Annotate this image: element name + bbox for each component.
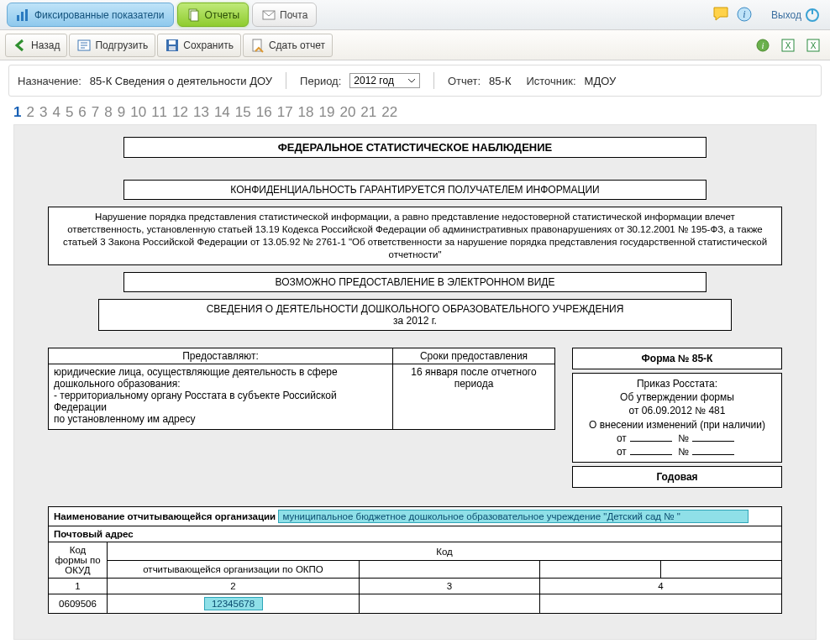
page-link-21[interactable]: 21 — [360, 104, 376, 121]
page-link-11[interactable]: 11 — [151, 104, 167, 121]
save-icon — [165, 38, 180, 53]
page-link-22[interactable]: 22 — [381, 104, 397, 121]
period-label: Период: — [300, 75, 341, 87]
exit-button[interactable]: Выход — [771, 0, 820, 29]
tab-reports[interactable]: Отчеты — [177, 3, 249, 27]
col-num: 2 — [108, 579, 360, 594]
order-blank-line: от № — [580, 445, 775, 458]
btn-label: Подгрузить — [95, 39, 148, 51]
document-icon — [186, 8, 202, 23]
okpo-head: отчитывающейся организации по ОКПО — [108, 560, 360, 579]
info-small-icon[interactable]: i — [754, 36, 772, 55]
org-name-label: Наименование отчитывающейся организации — [54, 511, 276, 521]
col-num: 3 — [360, 579, 540, 594]
source-label: Источник: — [526, 75, 575, 87]
form-number: Форма № 85-К — [572, 348, 782, 369]
order-line: Приказ Росстата: — [580, 377, 775, 390]
subject-line1: СВЕДЕНИЯ О ДЕЯТЕЛЬНОСТИ ДОШКОЛЬНОГО ОБРА… — [106, 303, 724, 315]
back-button[interactable]: Назад — [5, 34, 67, 57]
org-name-input[interactable]: муниципальное бюджетное дошкольное образ… — [278, 510, 749, 523]
page-link-17[interactable]: 17 — [277, 104, 293, 121]
page-link-2[interactable]: 2 — [26, 104, 34, 121]
page-link-7[interactable]: 7 — [92, 104, 99, 121]
subject-line2: за 2012 г. — [106, 315, 724, 327]
upload-button[interactable]: Подгрузить — [69, 34, 155, 57]
svg-text:i: i — [743, 8, 745, 20]
empty-cell — [539, 594, 781, 614]
kod-head: Код — [108, 542, 782, 561]
svg-rect-12 — [169, 46, 176, 50]
info-icon[interactable]: i — [735, 5, 754, 24]
legal-notice: Нарушение порядка представления статисти… — [48, 207, 782, 265]
empty-cell — [539, 560, 660, 579]
col-num: 1 — [49, 579, 108, 594]
report-label: Отчет: — [448, 75, 481, 87]
form-metadata-panel: Форма № 85-К Приказ Росстата: Об утвержд… — [572, 348, 782, 492]
page-link-20[interactable]: 20 — [339, 104, 355, 121]
tab-label: Фиксированные показатели — [34, 9, 165, 21]
tab-fixed-indicators[interactable]: Фиксированные показатели — [7, 3, 174, 27]
page-link-8[interactable]: 8 — [104, 104, 112, 121]
page-link-15[interactable]: 15 — [235, 104, 251, 121]
page-link-18[interactable]: 18 — [298, 104, 314, 121]
provide-col2-body: 16 января после отчетного периода — [393, 364, 555, 429]
btn-label: Сохранить — [183, 39, 234, 51]
order-line: от 06.09.2012 № 481 — [580, 404, 775, 417]
empty-cell — [660, 560, 781, 579]
heading-confidential: КОНФИДЕНЦИАЛЬНОСТЬ ГАРАНТИРУЕТСЯ ПОЛУЧАТ… — [123, 180, 707, 200]
order-box: Приказ Росстата: Об утверждении формы от… — [572, 373, 782, 463]
col-num: 4 — [539, 579, 781, 594]
btn-label: Назад — [31, 39, 60, 51]
okpo-input[interactable]: 12345678 — [204, 597, 263, 610]
mail-icon — [261, 8, 276, 23]
period-select[interactable]: 2012 год — [349, 73, 420, 88]
upload-icon — [76, 38, 92, 53]
page-link-10[interactable]: 10 — [130, 104, 146, 121]
svg-rect-1 — [21, 12, 24, 21]
report-value: 85-К — [489, 75, 511, 87]
heading-federal: ФЕДЕРАЛЬНОЕ СТАТИСТИЧЕСКОЕ НАБЛЮДЕНИЕ — [123, 137, 707, 158]
report-info-bar: Назначение: 85-К Сведения о деятельности… — [8, 65, 822, 97]
order-line: О внесении изменений (при наличии) — [580, 418, 775, 432]
svg-rect-0 — [17, 15, 19, 21]
page-link-14[interactable]: 14 — [214, 104, 230, 121]
heading-subject: СВЕДЕНИЯ О ДЕЯТЕЛЬНОСТИ ДОШКОЛЬНОГО ОБРА… — [98, 299, 732, 331]
toolbar: Назад Подгрузить Сохранить Сдать отчет i… — [0, 30, 830, 60]
org-name-row: Наименование отчитывающейся организации … — [49, 507, 782, 526]
page-link-5[interactable]: 5 — [66, 104, 73, 121]
submit-report-button[interactable]: Сдать отчет — [243, 34, 333, 57]
save-button[interactable]: Сохранить — [157, 34, 241, 57]
svg-text:X: X — [811, 41, 817, 50]
page-link-13[interactable]: 13 — [193, 104, 209, 121]
empty-cell — [360, 594, 540, 614]
page-navigation: 12345678910111213141516171819202122 — [0, 101, 830, 124]
excel-export2-icon[interactable]: X — [804, 36, 822, 55]
page-link-6[interactable]: 6 — [78, 104, 86, 121]
tab-label: Отчеты — [205, 9, 239, 21]
page-link-3[interactable]: 3 — [39, 104, 47, 121]
period-value: 2012 год — [354, 75, 394, 86]
annual-label: Годовая — [572, 466, 782, 488]
page-link-19[interactable]: 19 — [319, 104, 335, 121]
order-line: Об утверждении формы — [580, 390, 775, 404]
report-form: ФЕДЕРАЛЬНОЕ СТАТИСТИЧЕСКОЕ НАБЛЮДЕНИЕ КО… — [13, 124, 817, 640]
top-tabs: Фиксированные показатели Отчеты Почта i … — [0, 0, 830, 30]
page-link-16[interactable]: 16 — [256, 104, 272, 121]
page-link-12[interactable]: 12 — [172, 104, 188, 121]
excel-export-icon[interactable]: X — [779, 36, 797, 55]
purpose-value: 85-К Сведения о деятельности ДОУ — [90, 75, 272, 87]
provide-col2-head: Сроки предоставления — [393, 348, 555, 364]
okud-value: 0609506 — [49, 594, 108, 614]
page-link-9[interactable]: 9 — [118, 104, 125, 121]
organization-table: Наименование отчитывающейся организации … — [48, 506, 782, 614]
address-label: Почтовый адрес — [54, 529, 134, 539]
provide-table: Предоставляют: Сроки предоставления юрид… — [48, 348, 555, 430]
bar-chart-icon — [16, 8, 31, 23]
tab-mail[interactable]: Почта — [252, 3, 317, 27]
page-link-1[interactable]: 1 — [13, 104, 21, 121]
okud-head: Код формы по ОКУД — [49, 542, 108, 579]
page-link-4[interactable]: 4 — [52, 104, 60, 121]
chat-icon[interactable] — [712, 5, 730, 24]
svg-rect-2 — [25, 9, 28, 21]
heading-electronic: ВОЗМОЖНО ПРЕДОСТАВЛЕНИЕ В ЭЛЕКТРОННОМ ВИ… — [123, 272, 707, 292]
